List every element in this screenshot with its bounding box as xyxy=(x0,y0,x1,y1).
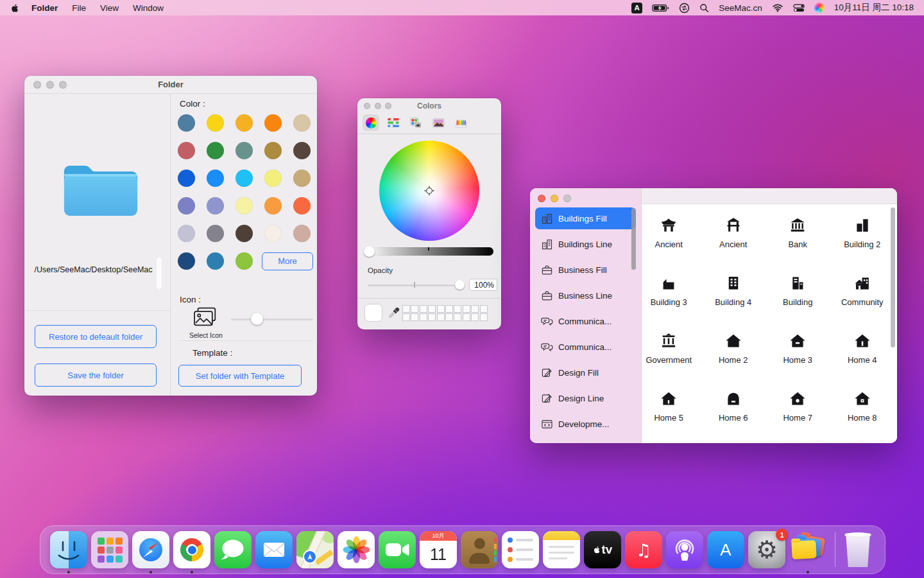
spotlight-search-icon[interactable] xyxy=(699,3,709,13)
color-swatch-22[interactable] xyxy=(235,225,253,242)
saved-swatch-2[interactable] xyxy=(420,305,427,313)
set-folder-template-button[interactable]: Set folder with Template xyxy=(178,365,302,387)
saved-swatch-10[interactable] xyxy=(402,313,410,321)
sidebar-item-design-fill[interactable]: Design Fill xyxy=(535,362,636,383)
icon-grid-item-home-8-15[interactable]: Home 8 xyxy=(830,380,895,437)
color-swatch-0[interactable] xyxy=(178,114,195,132)
color-swatch-5[interactable] xyxy=(178,142,195,159)
sidebar-item-buildings-line[interactable]: Buildings Line xyxy=(535,233,636,255)
icon-grid-item-community-7[interactable]: Community xyxy=(830,264,895,322)
dock-reminders[interactable] xyxy=(502,531,539,568)
sidebar-scrollbar[interactable] xyxy=(631,208,636,270)
icon-grid-item-building-6[interactable]: Building xyxy=(766,264,830,322)
menu-clock[interactable]: 10月11日 周二 10:18 xyxy=(834,2,914,13)
sidebar-item-design-line[interactable]: Design Line xyxy=(535,387,636,409)
color-swatch-12[interactable] xyxy=(235,170,253,187)
select-icon-button[interactable]: Select Icon xyxy=(182,306,230,339)
color-swatch-27[interactable] xyxy=(235,252,253,270)
dock-contacts[interactable] xyxy=(461,531,498,568)
saved-swatch-1[interactable] xyxy=(411,305,418,313)
saved-swatch-6[interactable] xyxy=(454,305,461,313)
zoom-button[interactable] xyxy=(563,195,571,202)
color-wheel-crosshair[interactable] xyxy=(424,185,436,197)
icon-grid-item-bank-2[interactable]: Bank xyxy=(766,206,830,264)
opacity-slider[interactable] xyxy=(368,285,464,286)
sync-switch-icon[interactable] xyxy=(679,3,690,13)
color-swatch-18[interactable] xyxy=(264,197,282,215)
battery-icon[interactable] xyxy=(652,4,669,12)
dock-safari[interactable] xyxy=(132,531,169,568)
close-button[interactable] xyxy=(538,195,545,202)
color-swatch-24[interactable] xyxy=(293,225,311,242)
sidebar-item-communica[interactable]: Communica... xyxy=(535,310,636,332)
color-swatch-7[interactable] xyxy=(235,142,253,159)
dock-maps[interactable] xyxy=(296,531,334,568)
saved-swatch-14[interactable] xyxy=(437,313,445,321)
icon-window-header[interactable] xyxy=(642,188,897,204)
dock-mail[interactable] xyxy=(255,531,293,568)
icon-grid-item-home-2-9[interactable]: Home 2 xyxy=(701,322,766,380)
dock-photos[interactable] xyxy=(338,531,375,568)
icon-grid-item-building-3-4[interactable]: Building 3 xyxy=(637,264,701,322)
saved-swatch-0[interactable] xyxy=(402,305,410,313)
dock-finder[interactable] xyxy=(50,531,87,568)
icon-grid-scrollbar[interactable] xyxy=(891,207,895,347)
saved-swatch-11[interactable] xyxy=(411,313,418,321)
color-swatch-20[interactable] xyxy=(178,225,195,242)
saved-swatch-15[interactable] xyxy=(445,313,453,321)
color-swatch-2[interactable] xyxy=(235,114,253,132)
color-swatch-21[interactable] xyxy=(207,225,224,242)
menu-view[interactable]: View xyxy=(100,3,119,13)
dock-appletv[interactable]: tv xyxy=(584,531,621,568)
dock-podcasts[interactable] xyxy=(666,531,703,568)
app-menu-folder[interactable]: Folder xyxy=(31,3,58,13)
color-swatch-8[interactable] xyxy=(264,142,282,159)
saved-swatch-13[interactable] xyxy=(428,313,436,321)
color-swatch-4[interactable] xyxy=(293,114,311,132)
color-swatch-11[interactable] xyxy=(207,170,224,187)
dock-music[interactable]: ♫ xyxy=(625,531,662,568)
saved-swatch-5[interactable] xyxy=(445,305,453,313)
dock-settings[interactable]: ⚙1 xyxy=(748,531,785,568)
icon-size-slider[interactable] xyxy=(231,319,313,320)
saved-swatch-17[interactable] xyxy=(463,313,470,321)
color-swatch-13[interactable] xyxy=(264,170,282,187)
dock-notes[interactable] xyxy=(543,531,580,568)
color-swatch-17[interactable] xyxy=(235,197,253,215)
saved-swatch-8[interactable] xyxy=(471,305,479,313)
color-swatch-25[interactable] xyxy=(178,252,195,270)
brightness-slider-knob[interactable] xyxy=(364,246,375,257)
color-sliders-tab[interactable] xyxy=(385,114,402,131)
icon-grid-item-home-7-14[interactable]: Home 7 xyxy=(766,380,830,437)
sidebar-item-business-fill[interactable]: Business Fill xyxy=(535,259,636,281)
color-swatch-16[interactable] xyxy=(207,197,224,215)
saved-swatch-7[interactable] xyxy=(463,305,470,313)
status-text[interactable]: SeeMac.cn xyxy=(719,3,762,13)
image-palettes-tab[interactable] xyxy=(430,114,447,131)
restore-default-folder-button[interactable]: Restore to defeault folder xyxy=(35,325,157,348)
sidebar-item-buildings-fill[interactable]: Buildings Fill xyxy=(535,207,636,229)
dock-appstore[interactable]: A xyxy=(707,531,744,568)
opacity-value[interactable]: 100% xyxy=(469,279,497,291)
saved-swatch-12[interactable] xyxy=(420,313,427,321)
input-source-badge[interactable]: A xyxy=(631,3,642,13)
dock-messages[interactable] xyxy=(214,531,252,568)
icon-grid-item-government-8[interactable]: Government xyxy=(637,322,701,380)
icon-grid-item-ancient-0[interactable]: Ancient xyxy=(637,206,701,264)
saved-swatch-4[interactable] xyxy=(437,305,445,313)
saved-swatch-9[interactable] xyxy=(480,305,488,313)
dock-launchpad[interactable] xyxy=(91,531,128,568)
color-swatch-23[interactable] xyxy=(264,225,282,242)
siri-icon[interactable] xyxy=(814,3,825,13)
sidebar-item-communica[interactable]: Communica... xyxy=(535,336,636,358)
opacity-slider-knob[interactable] xyxy=(455,280,465,290)
brightness-slider[interactable] xyxy=(365,247,493,256)
saved-swatch-3[interactable] xyxy=(428,305,436,313)
saved-swatch-19[interactable] xyxy=(480,313,488,321)
color-swatch-3[interactable] xyxy=(264,114,282,132)
icon-grid-item-home-6-13[interactable]: Home 6 xyxy=(701,380,766,437)
color-swatch-26[interactable] xyxy=(207,252,224,270)
pencils-tab[interactable] xyxy=(452,114,469,131)
current-color-well[interactable] xyxy=(364,304,382,322)
folder-window-titlebar[interactable]: Folder xyxy=(24,76,317,94)
